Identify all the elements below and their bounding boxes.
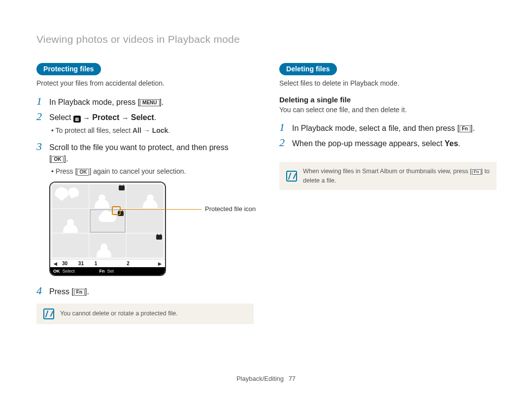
select-label: Select <box>131 113 154 122</box>
step-text: In Playback mode, press [ <box>49 98 140 106</box>
thumbnail <box>127 209 163 233</box>
step-text: When the pop-up message appears, select <box>292 139 445 148</box>
device-screenshot: ◀ 30 31 1 2 ▶ OKSelect FnSet <box>49 182 166 276</box>
ok-action: Select <box>63 269 75 274</box>
note-icon <box>286 171 297 182</box>
section-pill-protecting: Protecting files <box>36 63 101 75</box>
lock-icon <box>156 235 162 240</box>
date-30: 30 <box>59 261 75 266</box>
step-number: 2 <box>36 111 44 122</box>
step-text: Select <box>49 113 73 122</box>
step-text: In Playback mode, select a file, and the… <box>292 124 460 132</box>
step-text: Press [ <box>49 287 74 296</box>
chevron-left-icon: ◀ <box>51 261 59 266</box>
fn-button-badge: Fn <box>472 169 481 175</box>
bracket: ]. <box>64 154 68 163</box>
step-text: . <box>458 139 460 148</box>
yes-label: Yes <box>445 139 459 148</box>
fn-key: Fn <box>100 269 105 274</box>
step-2-right: 2 When the pop-up message appears, selec… <box>279 137 499 149</box>
deleting-lead: Select files to delete in Playback mode. <box>279 78 499 89</box>
callout-label: Protected file icon <box>205 205 256 213</box>
chevron-right-icon: ▶ <box>156 261 164 266</box>
thumbnail <box>52 209 89 233</box>
device-action-bar: OKSelect FnSet <box>50 267 165 275</box>
step-text: ]. <box>85 287 89 296</box>
protect-label: Protect <box>92 113 119 122</box>
step-number: 4 <box>36 285 44 296</box>
file-options-icon: ▦ <box>73 116 81 123</box>
left-column: Protecting files Protect your files from… <box>36 63 257 324</box>
thumbnail <box>127 234 163 257</box>
page-footer: Playback/Editing 77 <box>0 375 532 382</box>
ok-button-badge: OK <box>51 156 64 163</box>
note-box-right: When viewing files in Smart Album or thu… <box>279 162 497 189</box>
step-text: Scroll to the file you want to protect, … <box>49 143 229 152</box>
deleting-single-heading: Deleting a single file <box>279 95 499 104</box>
footer-page: 77 <box>289 375 296 382</box>
fn-action: Set <box>107 269 114 274</box>
step-number: 1 <box>36 95 44 107</box>
bullet-all-lock: To protect all files, select All → Lock. <box>51 125 257 136</box>
date-bar: ◀ 30 31 1 2 ▶ <box>50 259 165 267</box>
ok-key: OK <box>53 269 60 274</box>
breadcrumb: Viewing photos or videos in Playback mod… <box>36 33 499 45</box>
callout-leader <box>121 209 201 210</box>
note-text: When viewing files in Smart Album or thu… <box>303 167 490 185</box>
step-number: 3 <box>36 141 44 152</box>
arrow-icon: → <box>81 114 92 122</box>
fn-button-badge: Fn <box>460 125 470 132</box>
note-box: You cannot delete or rotate a protected … <box>36 304 254 324</box>
lock-icon <box>119 185 125 190</box>
step-text: . <box>154 113 156 122</box>
step-3: 3 Scroll to the file you want to protect… <box>36 141 257 164</box>
date-31: 31 <box>75 261 92 266</box>
thumbnail <box>90 185 126 208</box>
right-column: Deleting files Select files to delete in… <box>279 63 499 324</box>
thumbnail <box>127 185 163 208</box>
step-number: 1 <box>279 122 287 133</box>
bullet-cancel: Press [OK] again to cancel your selectio… <box>51 166 257 177</box>
callout-highlight <box>112 206 121 215</box>
thumbnail <box>90 234 126 257</box>
step-text: ]. <box>160 98 164 106</box>
arrow-icon: → <box>119 114 131 122</box>
footer-section: Playback/Editing <box>236 375 284 382</box>
section-pill-deleting: Deleting files <box>279 63 337 75</box>
step-4: 4 Press [Fn]. <box>36 285 257 297</box>
deleting-single-text: You can select one file, and then delete… <box>279 106 499 114</box>
note-text: You cannot delete or rotate a protected … <box>60 309 178 318</box>
step-1-right: 1 In Playback mode, select a file, and t… <box>279 122 499 134</box>
thumbnail <box>52 234 89 257</box>
ok-button-badge: OK <box>77 169 89 176</box>
step-text: ]. <box>470 124 475 132</box>
menu-button-badge: MENU <box>140 99 159 106</box>
step-2: 2 Select ▦ → Protect → Select. <box>36 111 257 123</box>
protecting-lead: Protect your files from accidental delet… <box>36 78 257 89</box>
date-1: 1 <box>92 261 108 266</box>
thumbnail <box>52 185 89 208</box>
step-1: 1 In Playback mode, press [MENU]. <box>36 95 257 108</box>
fn-button-badge: Fn <box>74 289 85 296</box>
date-2: 2 <box>124 261 140 266</box>
step-number: 2 <box>279 137 287 148</box>
note-icon <box>43 308 54 319</box>
